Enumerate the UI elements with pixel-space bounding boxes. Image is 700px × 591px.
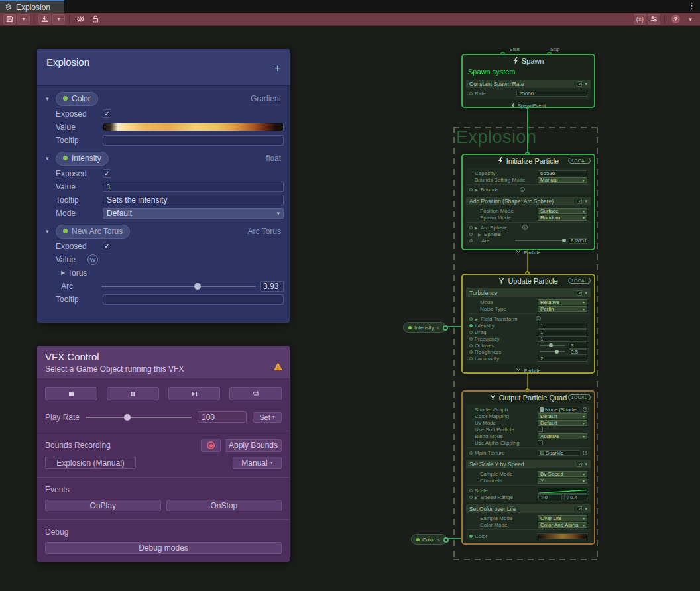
chevron-down-icon[interactable]: ▾ bbox=[585, 199, 587, 204]
constant-spawn-rate-block[interactable]: Constant Spawn Rate ✓ ▾ Rate 25000 bbox=[466, 80, 591, 99]
object-picker-icon[interactable] bbox=[583, 407, 587, 412]
arc-slider[interactable] bbox=[101, 286, 256, 287]
stop-button[interactable] bbox=[45, 387, 97, 400]
edge-color-param[interactable] bbox=[448, 538, 461, 539]
slider-thumb[interactable] bbox=[194, 283, 201, 290]
color-parameter-node[interactable]: Color < bbox=[411, 534, 447, 545]
debug-modes-button[interactable]: Debug modes bbox=[45, 542, 282, 554]
update-node-title[interactable]: Update Particle LOCAL bbox=[463, 275, 594, 286]
intensity-parameter-node[interactable]: Intensity < bbox=[403, 322, 446, 333]
exposed-checkbox[interactable]: ✓ bbox=[103, 169, 111, 178]
slider-thumb[interactable] bbox=[562, 239, 566, 242]
intensity-input[interactable]: 1 bbox=[538, 323, 587, 329]
field-transform-port[interactable] bbox=[469, 317, 473, 321]
main-texture-object-field[interactable]: Sparkle bbox=[538, 450, 579, 456]
play-rate-input[interactable]: 100 bbox=[198, 411, 247, 423]
octaves-port[interactable] bbox=[469, 344, 473, 347]
chevron-down-icon[interactable]: ▾ bbox=[46, 228, 56, 235]
pause-button[interactable] bbox=[107, 387, 159, 400]
set-play-rate-button[interactable]: Set▾ bbox=[253, 412, 282, 423]
tooltip-input[interactable]: Sets the intensity bbox=[103, 195, 284, 205]
spawn-mode-dropdown[interactable]: Random▾ bbox=[538, 215, 587, 221]
output-particle-quad-node[interactable]: Output Particle Quad LOCAL Shader GraphN… bbox=[461, 390, 595, 545]
roughness-port[interactable] bbox=[469, 350, 473, 354]
mode-dropdown[interactable]: Default▾ bbox=[103, 208, 284, 219]
step-button[interactable] bbox=[168, 387, 221, 400]
apply-bounds-button[interactable]: Apply Bounds bbox=[225, 439, 282, 452]
sample-mode-dropdown[interactable]: Over Life▾ bbox=[538, 515, 587, 521]
chevron-down-icon[interactable]: ▾ bbox=[585, 81, 587, 87]
chevron-down-icon[interactable]: ▾ bbox=[585, 290, 587, 296]
chevron-down-icon[interactable]: ▾ bbox=[46, 155, 56, 162]
tab-explosion[interactable]: Explosion bbox=[0, 0, 64, 13]
onplay-button[interactable]: OnPlay bbox=[45, 500, 161, 511]
foldout-icon[interactable]: ▶ bbox=[475, 188, 479, 192]
color-mode-dropdown[interactable]: Color And Alpha▾ bbox=[538, 522, 587, 528]
exposed-checkbox[interactable]: ✓ bbox=[103, 109, 111, 118]
set-scale-block[interactable]: Set Scale.Y by Speed ✓ ▾ Sample ModeBy S… bbox=[466, 460, 591, 502]
save-dropdown-button[interactable]: ▾ bbox=[17, 14, 30, 25]
parameter-output-port[interactable] bbox=[443, 325, 448, 331]
soft-particle-checkbox[interactable] bbox=[538, 427, 543, 432]
block-enabled-checkbox[interactable]: ✓ bbox=[577, 199, 582, 204]
scale-curve-field[interactable] bbox=[538, 488, 587, 494]
foldout-icon[interactable]: ▶ bbox=[475, 495, 479, 500]
foldout-icon[interactable]: ▶ bbox=[61, 270, 68, 276]
slider-thumb[interactable] bbox=[555, 350, 559, 354]
export-dropdown-button[interactable]: ▾ bbox=[52, 14, 65, 25]
foldout-icon[interactable]: ▶ bbox=[475, 225, 479, 230]
gradient-preview[interactable] bbox=[103, 123, 284, 131]
restart-button[interactable] bbox=[229, 387, 282, 400]
speed-range-port[interactable] bbox=[469, 496, 473, 499]
add-position-block[interactable]: Add Position (Shape: Arc Sphere) ✓ ▾ Pos… bbox=[466, 197, 591, 246]
slider-thumb[interactable] bbox=[124, 414, 131, 421]
chevron-down-icon[interactable]: ▾ bbox=[585, 462, 587, 467]
block-enabled-checkbox[interactable]: ✓ bbox=[577, 462, 582, 467]
octaves-slider[interactable] bbox=[540, 345, 565, 346]
sphere-port[interactable] bbox=[469, 233, 473, 236]
property-pill-arc-torus[interactable]: New Arc Torus bbox=[56, 225, 130, 239]
rate-port[interactable] bbox=[469, 92, 473, 95]
block-enabled-checkbox[interactable]: ✓ bbox=[577, 506, 582, 511]
property-pill-color[interactable]: Color bbox=[56, 92, 98, 106]
speed-range-y-input[interactable]: y0.4 bbox=[564, 494, 588, 500]
save-button[interactable] bbox=[3, 14, 16, 25]
kebab-menu-icon[interactable]: ⋮ bbox=[687, 1, 696, 11]
color-mapping-dropdown[interactable]: Default▾ bbox=[538, 413, 587, 419]
object-picker-icon[interactable] bbox=[583, 451, 587, 455]
hide-toggle-button[interactable] bbox=[74, 14, 88, 25]
block-enabled-checkbox[interactable]: ✓ bbox=[577, 81, 582, 87]
position-mode-dropdown[interactable]: Surface▾ bbox=[538, 208, 587, 214]
collapse-icon[interactable]: < bbox=[437, 325, 439, 330]
initialize-particle-node[interactable]: Initialize Particle LOCAL Capacity65536 … bbox=[461, 154, 595, 250]
lacunarity-input[interactable]: 2 bbox=[538, 356, 587, 362]
play-rate-slider[interactable] bbox=[86, 417, 192, 418]
frequency-port[interactable] bbox=[469, 337, 473, 341]
chevron-down-icon[interactable]: ▾ bbox=[585, 506, 587, 511]
scale-port[interactable] bbox=[469, 489, 473, 492]
record-bounds-button[interactable] bbox=[201, 439, 221, 452]
spawn-event-output[interactable]: SpawnEvent bbox=[463, 101, 594, 110]
help-dropdown-button[interactable]: ▾ bbox=[684, 14, 697, 25]
variables-toggle-button[interactable]: (×) bbox=[634, 14, 646, 25]
settings-button[interactable] bbox=[648, 14, 660, 25]
bounds-mode-dropdown[interactable]: Manual▾ bbox=[233, 457, 282, 469]
arc-value-input[interactable]: 3.93 bbox=[260, 281, 284, 292]
turbulence-block[interactable]: Turbulence ✓ ▾ ModeRelative▾ Noise TypeP… bbox=[466, 288, 591, 364]
shader-graph-object-field[interactable]: None (Shader Graph Vfx Asset) bbox=[538, 407, 579, 413]
speed-range-x-input[interactable]: x0 bbox=[538, 494, 562, 500]
noise-type-dropdown[interactable]: Perlin▾ bbox=[538, 306, 587, 312]
initialize-node-title[interactable]: Initialize Particle LOCAL bbox=[463, 155, 594, 166]
space-badge-icon[interactable]: W bbox=[88, 254, 98, 265]
initialize-particle-output[interactable]: Particle bbox=[463, 248, 594, 257]
channels-dropdown[interactable]: Y▾ bbox=[538, 478, 587, 484]
blend-mode-dropdown[interactable]: Additive▾ bbox=[538, 433, 587, 439]
export-button[interactable] bbox=[38, 14, 51, 25]
intensity-port-connected[interactable] bbox=[469, 324, 473, 327]
color-gradient-field[interactable] bbox=[538, 533, 587, 539]
help-button[interactable]: ? bbox=[669, 14, 683, 25]
arc-slider[interactable] bbox=[515, 240, 565, 241]
mode-dropdown[interactable]: Relative▾ bbox=[538, 299, 587, 305]
uv-mode-dropdown[interactable]: Default▾ bbox=[538, 420, 587, 426]
update-particle-node[interactable]: Update Particle LOCAL Turbulence ✓ ▾ Mod… bbox=[461, 274, 595, 374]
